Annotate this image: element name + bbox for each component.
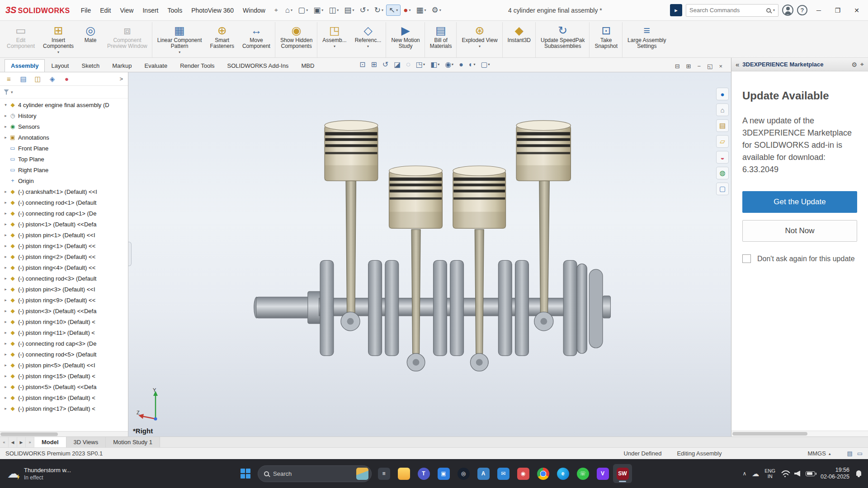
- pane-popup-icon[interactable]: ⊞: [684, 62, 693, 70]
- commandmanager-tab[interactable]: Render Tools: [174, 59, 221, 72]
- home-icon[interactable]: ⌂: [716, 103, 729, 116]
- configuration-manager-icon[interactable]: ◫: [31, 73, 44, 84]
- chrome-icon[interactable]: [533, 464, 552, 483]
- azure-icon[interactable]: A: [474, 464, 493, 483]
- hide-show-items-icon[interactable]: ◉▾: [443, 59, 456, 70]
- mate-icon[interactable]: ◎ Mate ▾: [78, 22, 103, 57]
- filter-icon[interactable]: [4, 89, 9, 95]
- steam-icon[interactable]: ◎: [454, 464, 473, 483]
- options-gear-icon[interactable]: ⚙▾: [429, 5, 444, 16]
- tree-item[interactable]: ▸ ◆ (-) piston ring<10> (Default) <: [0, 316, 128, 327]
- open-icon[interactable]: ▣▾: [311, 5, 326, 16]
- tree-item[interactable]: ▸ ◆ (-) crankshaft<1> (Default) <<I: [0, 186, 128, 197]
- pane-minimize-icon[interactable]: −: [695, 62, 703, 70]
- commandmanager-tab[interactable]: Evaluate: [138, 59, 174, 72]
- record-icon[interactable]: ●▾: [401, 5, 413, 16]
- expand-arrow-icon[interactable]: ▸: [2, 352, 9, 357]
- new-document-icon[interactable]: ▢▾: [295, 5, 311, 16]
- notepad-icon[interactable]: ≡: [374, 464, 393, 483]
- expand-arrow-icon[interactable]: ▸: [2, 385, 9, 389]
- account-icon[interactable]: [782, 5, 793, 16]
- expand-arrow-icon[interactable]: ▸: [2, 124, 9, 129]
- mail-icon[interactable]: ✉: [494, 464, 513, 483]
- assembly-features-icon[interactable]: ◳ Assemb... ▾: [318, 22, 350, 57]
- tree-item[interactable]: ▸ ◆ (-) piston<5> (Default) <<Defa: [0, 381, 128, 392]
- view-orientation-icon[interactable]: ◳▾: [414, 59, 427, 70]
- search-caret-icon[interactable]: ▾: [773, 8, 775, 12]
- appearances-icon[interactable]: ◒: [716, 151, 729, 164]
- select-icon[interactable]: ↖▾: [386, 5, 401, 16]
- file-explorer-icon[interactable]: [394, 464, 413, 483]
- help-icon[interactable]: ?: [797, 5, 807, 15]
- linear-component-pattern-icon[interactable]: ▦ Linear Component Pattern ▾: [153, 22, 206, 57]
- taskbar-search[interactable]: Search: [258, 465, 372, 482]
- tree-item[interactable]: ▸ ◆ (-) piston ring<4> (Default) <<: [0, 262, 128, 273]
- photos-icon[interactable]: ◉: [514, 464, 533, 483]
- pin-icon[interactable]: ⌖: [271, 6, 282, 14]
- instant3d-icon[interactable]: ◆ Instant3D ▾: [504, 22, 536, 57]
- redo-icon[interactable]: ↻▾: [372, 5, 386, 16]
- section-view-icon[interactable]: ◪▾: [392, 59, 403, 70]
- commandmanager-tab[interactable]: Sketch: [75, 59, 106, 72]
- show-hidden-components-icon[interactable]: ◉ Show Hidden Components ▾: [276, 22, 317, 57]
- menu-item[interactable]: Window: [238, 5, 270, 16]
- volume-icon[interactable]: [794, 471, 800, 477]
- status-units[interactable]: MMGS: [807, 450, 826, 457]
- new-motion-study-icon[interactable]: ▶ New Motion Study ▾: [387, 22, 425, 57]
- tree-horizontal-scrollbar[interactable]: [0, 431, 128, 436]
- custom-properties-icon[interactable]: ◍: [716, 167, 729, 179]
- home-icon[interactable]: ⌂▾: [283, 5, 295, 16]
- commandmanager-tab[interactable]: Assembly: [5, 59, 45, 72]
- start-button[interactable]: [236, 464, 255, 483]
- tree-item[interactable]: ▸ ◆ (-) piston ring<11> (Default) <: [0, 327, 128, 338]
- teams-icon[interactable]: T: [414, 464, 433, 483]
- expand-arrow-icon[interactable]: ▸: [2, 319, 9, 324]
- tree-item[interactable]: ▸ ◆ (-) piston<3> (Default) <<Defa: [0, 305, 128, 316]
- tree-item[interactable]: ▸ ◆ (-) piston ring<1> (Default) <<: [0, 240, 128, 251]
- display-manager-icon[interactable]: ●: [60, 73, 73, 84]
- battery-icon[interactable]: [806, 471, 815, 476]
- undo-icon[interactable]: ↺▾: [357, 5, 371, 16]
- marketplace-horizontal-scrollbar[interactable]: [731, 431, 868, 436]
- tree-item[interactable]: ▸ ◆ (-) piston ring<2> (Default) <<: [0, 251, 128, 262]
- expand-arrow-icon[interactable]: ▾: [2, 103, 9, 107]
- expand-arrow-icon[interactable]: ▸: [2, 406, 9, 411]
- 3dexperience-icon[interactable]: ●: [716, 88, 729, 100]
- reference-geometry-icon[interactable]: ◇ Referenc... ▾: [351, 22, 387, 57]
- visual-studio-icon[interactable]: V: [593, 464, 612, 483]
- pane-close-icon[interactable]: ×: [717, 62, 725, 70]
- close-button[interactable]: ✕: [849, 3, 864, 18]
- file-explorer-pane-icon[interactable]: ▱: [716, 135, 729, 148]
- expand-arrow-icon[interactable]: ▸: [2, 309, 9, 313]
- tree-item[interactable]: ▸ ◆ (-) connecting rod<1> (Default: [0, 197, 128, 208]
- expand-arrow-icon[interactable]: ▸: [2, 265, 9, 270]
- expand-arrow-icon[interactable]: ▸: [2, 254, 9, 259]
- update-speedpak-icon[interactable]: ↻ Update SpeedPak Subassemblies ▾: [537, 22, 590, 57]
- tree-item[interactable]: ▸ ◆ (-) connecting rod cap<1> (De: [0, 208, 128, 219]
- tree-item[interactable]: ▸ ◉ Sensors: [0, 121, 128, 132]
- menu-item[interactable]: View: [115, 5, 138, 16]
- tree-item[interactable]: ▸ ◆ (-) piston<1> (Default) <<Defa: [0, 219, 128, 230]
- engine-model[interactable]: [128, 72, 731, 436]
- property-manager-icon[interactable]: ▤: [17, 73, 30, 84]
- featuremanager-tree-icon[interactable]: ≡: [2, 73, 15, 84]
- component-preview-window-icon[interactable]: ⧈ Component Preview Window ▾: [103, 22, 152, 57]
- tray-chevron-icon[interactable]: ∧: [742, 470, 746, 477]
- tree-item[interactable]: ▸ ◆ (-) connecting rod<5> (Default: [0, 349, 128, 360]
- print-icon[interactable]: ▤▾: [341, 5, 357, 16]
- menu-item[interactable]: File: [76, 5, 96, 16]
- graphics-viewport[interactable]: Y Z *Right ●⌂▤▱◒◍▢: [128, 72, 731, 436]
- smart-fasteners-icon[interactable]: ⊕ Smart Fasteners ▾: [206, 22, 238, 57]
- weather-widget[interactable]: ☁ Thunderstorm w... In effect: [0, 459, 78, 488]
- tree-item[interactable]: ▸ ◆ (-) piston ring<17> (Default) <: [0, 403, 128, 414]
- move-component-icon[interactable]: ↔ Move Component ▾: [238, 22, 275, 57]
- tree-item[interactable]: ▸ ◆ (-) piston pin<3> (Default) <<I: [0, 284, 128, 295]
- pin-panel-icon[interactable]: ⌖: [860, 61, 864, 68]
- expand-arrow-icon[interactable]: ▸: [2, 341, 9, 346]
- tree-item[interactable]: ▭ Front Plane: [0, 143, 128, 154]
- whatsapp-icon[interactable]: ☏: [573, 464, 592, 483]
- expand-arrow-icon[interactable]: ▸: [2, 330, 9, 335]
- design-library-icon[interactable]: ▤: [716, 119, 729, 132]
- sheet-tab[interactable]: Model: [34, 437, 66, 447]
- zoom-area-icon[interactable]: ⊞▾: [368, 59, 379, 70]
